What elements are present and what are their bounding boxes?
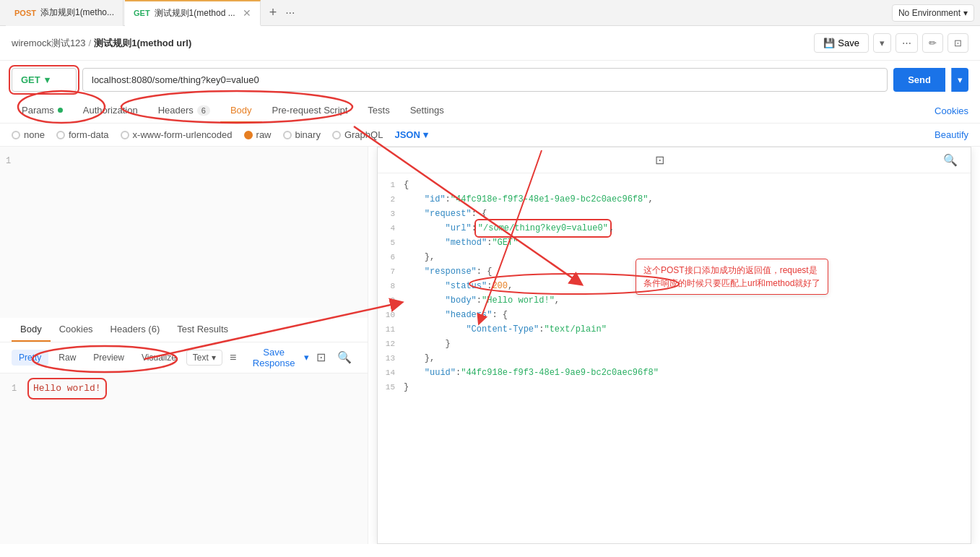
json-line-10: 10 "headers": {	[378, 308, 971, 322]
annotation-box: ⊡ 🔍 1 { 2 "id": "44fc918e-f9f3-48e1-9ae9…	[377, 147, 971, 544]
send-chevron-button[interactable]: ▾	[951, 68, 968, 92]
new-tab-button[interactable]: +	[262, 5, 285, 20]
json-format-select[interactable]: JSON ▾	[394, 129, 428, 140]
resp-tab-tests[interactable]: Test Results	[168, 318, 237, 342]
radio-raw-icon	[244, 131, 253, 139]
resp-tab-body[interactable]: Body	[12, 318, 51, 342]
tab-close-icon[interactable]: ✕	[243, 7, 251, 19]
save-response-button[interactable]: Save Response ▾	[246, 347, 309, 368]
tab-settings[interactable]: Settings	[400, 99, 454, 123]
json-line-13: 13 },	[378, 351, 971, 366]
tab-prerequest-label: Pre-request Script	[272, 105, 348, 116]
breadcrumb-current: 测试规则1(method url)	[94, 37, 191, 50]
tab-auth-label: Authorization	[83, 105, 138, 116]
params-dot-icon	[58, 108, 63, 113]
body-urlencoded[interactable]: x-www-form-urlencoded	[121, 129, 233, 140]
text-format-select[interactable]: Text ▾	[186, 350, 222, 366]
save-icon: 💾	[823, 38, 835, 48]
main-area: 1 Body Cookies Headers (6) Test Results …	[0, 147, 980, 544]
body-none-label: none	[24, 129, 45, 140]
ann-search-icon[interactable]: 🔍	[939, 152, 962, 168]
radio-urlencoded-icon	[121, 131, 129, 139]
request-header: wiremock测试123 / 测试规则1(method url) 💾 Save…	[0, 26, 980, 61]
request-tabs: Params Authorization Headers 6 Body Pre-…	[0, 99, 980, 124]
ann-copy-icon[interactable]: ⊡	[651, 152, 669, 168]
align-icon[interactable]: ≡	[225, 350, 240, 366]
annotation-bubble: 这个POST接口添加成功的返回值，request是条件响应的时候只要匹配上url…	[636, 259, 828, 295]
tab-tests[interactable]: Tests	[357, 99, 399, 123]
response-format-bar: Pretty Raw Preview Visualize Text ▾ ≡ Sa…	[0, 342, 368, 374]
resp-line-1: 1 Hello world!	[12, 381, 356, 397]
tab-bar: POST 添加规则1(metho... GET 测试规则1(method ...…	[0, 0, 980, 26]
tab-settings-label: Settings	[410, 105, 444, 116]
method-chevron-icon: ▾	[45, 74, 50, 85]
tab-headers-label: Headers	[158, 105, 194, 116]
environment-selector[interactable]: No Environment ▾	[892, 4, 974, 22]
url-input[interactable]	[82, 68, 888, 92]
tab-body[interactable]: Body	[220, 99, 262, 123]
body-raw-label: raw	[256, 129, 272, 140]
copy-icon[interactable]: ⊡	[312, 349, 330, 366]
breadcrumb-separator: /	[89, 38, 92, 48]
headers-badge: 6	[197, 105, 210, 116]
body-none[interactable]: none	[12, 129, 45, 140]
save-response-label: Save Response	[246, 347, 301, 368]
radio-graphql-icon	[332, 131, 341, 139]
breadcrumb-workspace[interactable]: wiremock测试123	[12, 37, 86, 50]
radio-binary-icon	[283, 131, 292, 139]
body-raw[interactable]: raw	[244, 129, 272, 140]
method-selector[interactable]: GET ▾	[12, 68, 77, 92]
url-bar: GET ▾ Send ▾	[0, 61, 980, 99]
fmt-visualize-button[interactable]: Visualize	[134, 350, 183, 366]
tab-overflow-button[interactable]: ···	[285, 7, 295, 20]
tab-authorization[interactable]: Authorization	[73, 99, 148, 123]
resp-linenum-1: 1	[12, 381, 23, 397]
json-line-15: 15 }	[378, 380, 971, 394]
search-icon[interactable]: 🔍	[333, 349, 356, 366]
json-line-3: 3 "request": {	[378, 207, 971, 221]
json-line-4: 4 "url": "/some/thing?key0=value0",	[378, 221, 971, 236]
body-graphql[interactable]: GraphQL	[332, 129, 383, 140]
beautify-button[interactable]: Beautify	[935, 129, 968, 140]
save-chevron-button[interactable]: ▾	[873, 33, 891, 53]
resp-headers-label: Headers (6)	[110, 324, 160, 334]
response-hello-text: Hello world!	[30, 381, 104, 397]
json-viewer: 1 { 2 "id": "44fc918e-f9f3-48e1-9ae9-bc2…	[378, 173, 971, 543]
request-body-editor[interactable]: 1	[0, 147, 368, 318]
fmt-pretty-button[interactable]: Pretty	[12, 350, 48, 366]
resp-tab-cookies[interactable]: Cookies	[51, 318, 102, 342]
tab-post[interactable]: POST 添加规则1(metho...	[6, 0, 123, 26]
json-line-12: 12 }	[378, 337, 971, 351]
method-label: GET	[21, 74, 40, 85]
more-options-button[interactable]: ⋯	[896, 33, 918, 53]
text-chevron-icon: ▾	[212, 353, 216, 363]
radio-formdata-icon	[56, 131, 65, 139]
cookies-link[interactable]: Cookies	[935, 105, 968, 116]
body-binary[interactable]: binary	[283, 129, 321, 140]
resp-cookies-label: Cookies	[59, 324, 93, 334]
text-format-label: Text	[193, 353, 209, 363]
tab-tests-label: Tests	[368, 105, 389, 116]
share-button[interactable]: ⊡	[948, 33, 968, 53]
resp-tab-headers[interactable]: Headers (6)	[102, 318, 169, 342]
body-form-data[interactable]: form-data	[56, 129, 109, 140]
tab-headers[interactable]: Headers 6	[148, 99, 220, 123]
radio-none-icon	[12, 131, 20, 139]
tab-get[interactable]: GET 测试规则1(method ... ✕	[125, 0, 261, 26]
send-button[interactable]: Send	[893, 68, 945, 92]
env-chevron-icon: ▾	[963, 8, 968, 18]
json-line-14: 14 "uuid": "44fc918e-f9f3-48e1-9ae9-bc2c…	[378, 366, 971, 380]
body-graphql-label: GraphQL	[344, 129, 383, 140]
header-actions: 💾 Save ▾ ⋯ ✏ ⊡	[814, 33, 968, 53]
save-button[interactable]: 💾 Save	[814, 33, 869, 53]
left-panel: 1 Body Cookies Headers (6) Test Results …	[0, 147, 368, 544]
tab-prerequest[interactable]: Pre-request Script	[262, 99, 358, 123]
tab-params[interactable]: Params	[12, 99, 73, 123]
edit-button[interactable]: ✏	[922, 33, 943, 53]
tab-params-label: Params	[22, 105, 54, 116]
fmt-preview-button[interactable]: Preview	[86, 350, 131, 366]
env-label: No Environment	[898, 8, 961, 18]
fmt-raw-button[interactable]: Raw	[51, 350, 83, 366]
right-panel: ⊡ 🔍 1 { 2 "id": "44fc918e-f9f3-48e1-9ae9…	[368, 147, 980, 544]
resp-tests-label: Test Results	[177, 324, 228, 334]
